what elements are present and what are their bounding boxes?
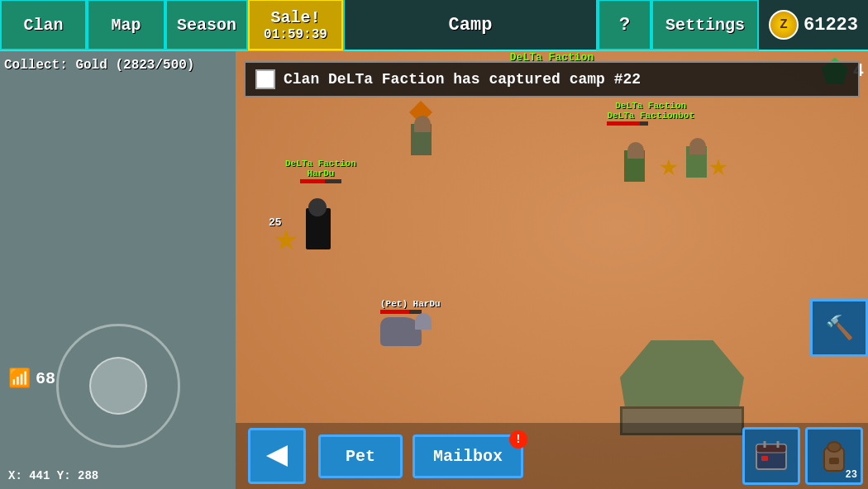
left-panel: Collect: Gold (2823/500) 📶 68 X: 441 Y: … <box>0 51 236 489</box>
mailbox-button[interactable]: Mailbox ! <box>413 434 523 478</box>
map-button[interactable]: Map <box>87 0 165 50</box>
wifi-signal-strength: 68 <box>36 369 55 388</box>
season-button[interactable]: Season <box>165 0 248 50</box>
hardu-health-bar <box>300 179 341 183</box>
hardu-faction-label: DeLTa Faction <box>285 159 356 169</box>
coordinates-display: X: 441 Y: 288 <box>8 469 98 482</box>
collect-gold-label: Collect: Gold (2823/500) <box>4 58 194 73</box>
joystick-outer[interactable] <box>56 324 180 448</box>
gold-coin-icon: Z <box>769 10 799 40</box>
inventory-slot-2[interactable]: 23 <box>805 427 863 485</box>
character-top-center <box>409 101 432 155</box>
clan-button[interactable]: Clan <box>0 0 87 50</box>
pet-health-bar <box>380 310 422 314</box>
wifi-indicator: 📶 68 <box>8 368 55 390</box>
tool-button[interactable]: 🔨 <box>810 299 868 357</box>
delta-health-bar1 <box>607 121 648 126</box>
top-bar: Clan Map Season Sale! 01:59:39 Camp ? Se… <box>0 0 868 51</box>
send-icon <box>265 444 289 468</box>
hardu-sprite <box>306 208 331 249</box>
wifi-icon: 📶 <box>8 368 31 390</box>
hardu-name-label: HarDu <box>307 169 334 178</box>
backpack-icon <box>818 439 851 472</box>
gold-display: Z 61223 <box>759 10 868 40</box>
soldier-2 <box>686 146 707 178</box>
hardu-badge <box>274 229 298 252</box>
inventory-slots: 23 <box>742 427 863 485</box>
joystick-inner[interactable] <box>89 357 147 415</box>
pet-hardu-group: (Pet) HarDu <box>380 299 441 346</box>
tool-icon: 🔨 <box>825 314 854 342</box>
character-hardu: DeLTa Faction HarDu <box>285 159 356 184</box>
inventory-slot-1[interactable] <box>742 427 800 485</box>
help-button[interactable]: ? <box>598 0 651 50</box>
delta-faction-group: DeLTa Faction DeLTa Factionbot <box>607 101 694 126</box>
notification-banner: Clan DeLTa Faction has captured camp #22 <box>244 61 860 97</box>
soldier-1 <box>624 150 645 182</box>
calendar-icon <box>755 439 788 472</box>
sale-button[interactable]: Sale! 01:59:39 <box>248 0 343 50</box>
delta-faction-label2: DeLTa Factionbot <box>607 111 694 121</box>
notification-text: Clan DeLTa Faction has captured camp #22 <box>284 71 641 88</box>
svg-rect-2 <box>756 444 786 453</box>
slot-2-count: 23 <box>846 469 857 481</box>
svg-rect-8 <box>829 458 839 464</box>
game-area: Collect: Gold (2823/500) 📶 68 X: 441 Y: … <box>0 51 868 489</box>
mailbox-notification-dot: ! <box>509 430 527 449</box>
level-badge: 25 <box>269 216 282 229</box>
soldier-badge-2 <box>709 159 727 177</box>
delta-faction-label1: DeLTa Faction <box>607 101 694 111</box>
notification-checkbox[interactable] <box>255 69 275 89</box>
game-world[interactable]: 4 Clan DeLTa Faction has captured camp #… <box>236 51 868 489</box>
pet-button[interactable]: Pet <box>318 434 403 478</box>
bottom-buttons: Pet Mailbox ! <box>236 423 868 489</box>
svg-rect-3 <box>761 456 768 461</box>
soldier-badge-1 <box>660 159 678 177</box>
send-button[interactable] <box>248 428 306 484</box>
svg-marker-0 <box>266 445 288 467</box>
pet-label: (Pet) HarDu <box>380 299 441 309</box>
svg-point-7 <box>827 442 841 452</box>
camp-button[interactable]: Camp <box>343 0 598 50</box>
gold-amount: 61223 <box>804 15 858 36</box>
settings-button[interactable]: Settings <box>651 0 759 50</box>
